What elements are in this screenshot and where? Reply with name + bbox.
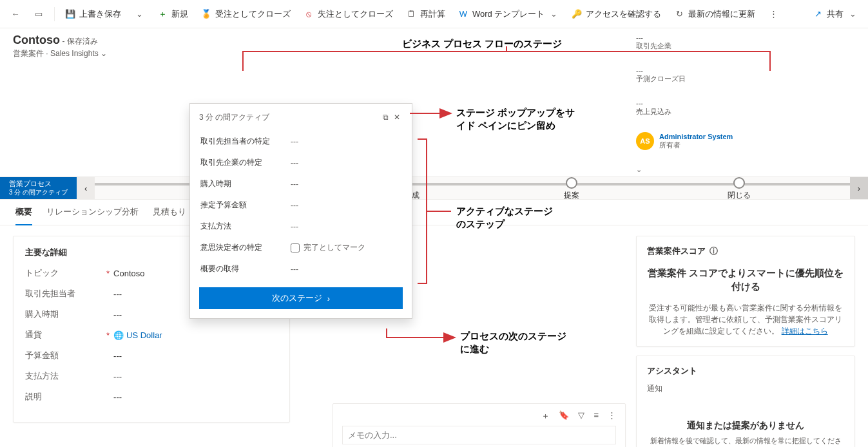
save-label: 上書き保存 bbox=[79, 8, 121, 20]
step-decision-maker[interactable]: 意思決定者の特定完了としてマーク bbox=[199, 237, 403, 258]
check-access-label: アクセスを確認する bbox=[586, 8, 661, 20]
calculator-icon: 🗒 bbox=[406, 9, 416, 19]
save-status: - 保存済み bbox=[63, 37, 98, 46]
note-input[interactable] bbox=[342, 426, 616, 444]
mark-complete-checkbox[interactable] bbox=[291, 243, 300, 252]
recalculate-button[interactable]: 🗒再計算 bbox=[401, 4, 450, 24]
score-body: 受注する可能性が最も高い営業案件に関する分析情報を取得します。管理者に依頼して、… bbox=[647, 302, 844, 337]
tab-summary[interactable]: 概要 bbox=[15, 206, 32, 225]
score-link[interactable]: 詳細はこちら bbox=[782, 327, 828, 336]
close-icon[interactable]: ✕ bbox=[391, 110, 403, 124]
bpf-stage-propose[interactable]: 提案 bbox=[533, 177, 610, 201]
assistant-empty-msg: 通知または提案がありません bbox=[647, 420, 844, 432]
word-icon: W bbox=[458, 9, 468, 19]
filter-icon[interactable]: ▽ bbox=[578, 410, 584, 422]
record-subtitle: 営業案件 · Sales Insights ⌄ bbox=[13, 48, 107, 59]
more-icon: ⋮ bbox=[768, 9, 778, 19]
share-label: 共有 bbox=[827, 8, 844, 20]
separator bbox=[54, 7, 55, 21]
step-identify-contact[interactable]: 取引先担当者の特定--- bbox=[199, 131, 403, 152]
score-title: 営業案件 スコアでよりスマートに優先順位を付ける bbox=[647, 266, 844, 293]
more-icon[interactable]: ⋮ bbox=[608, 410, 616, 422]
trophy-icon: 🏅 bbox=[201, 9, 211, 19]
refresh-label: 最新の情報に更新 bbox=[688, 8, 755, 20]
avatar: AS bbox=[636, 132, 654, 150]
prohibit-icon: ⦸ bbox=[304, 9, 314, 19]
share-icon: ↗ bbox=[813, 9, 823, 19]
add-activity-button[interactable]: ＋ bbox=[541, 410, 550, 422]
new-label: 新規 bbox=[171, 8, 188, 20]
record-title: Contoso bbox=[13, 33, 60, 46]
open-record-set-button[interactable]: ▭ bbox=[28, 4, 49, 24]
word-label: Word テンプレート bbox=[472, 8, 545, 20]
word-template-button[interactable]: WWord テンプレート⌄ bbox=[453, 4, 564, 24]
step-budget[interactable]: 推定予算金額--- bbox=[199, 195, 403, 216]
step-purchase-timeframe[interactable]: 購入時期--- bbox=[199, 173, 403, 195]
sort-icon[interactable]: ≡ bbox=[593, 410, 599, 422]
timeline-card: ＋ 🔖 ▽ ≡ ⋮ 📎 始める のすべてのレコードを取得して管理します。 bbox=[333, 403, 626, 447]
field-payment[interactable]: 支払方法*--- bbox=[25, 370, 278, 382]
form-tabs: 概要 リレーションシップ分析 見積もり bbox=[0, 200, 868, 225]
save-button[interactable]: 💾上書き保存 bbox=[60, 4, 126, 24]
plus-icon: ＋ bbox=[157, 9, 168, 19]
check-access-button[interactable]: 🔑アクセスを確認する bbox=[566, 4, 666, 24]
save-icon: 💾 bbox=[65, 9, 75, 19]
tab-quotes[interactable]: 見積もり bbox=[153, 206, 186, 225]
header-field-estrevenue: ---売上見込み bbox=[636, 99, 855, 117]
field-description[interactable]: 説明*--- bbox=[25, 391, 278, 403]
record-header: Contoso - 保存済み 営業案件 · Sales Insights ⌄ -… bbox=[0, 28, 868, 176]
header-field-account: ---取引先企業 bbox=[636, 33, 855, 51]
back-icon: ← bbox=[10, 9, 21, 19]
close-lost-label: 失注としてクローズ bbox=[318, 8, 393, 20]
close-won-label: 受注としてクローズ bbox=[215, 8, 291, 20]
field-budget[interactable]: 予算金額*--- bbox=[25, 350, 278, 361]
flyout-title: 3 分 の間アクティブ bbox=[199, 112, 269, 123]
bpf-process-label[interactable]: 営業プロセス 3 分 の間アクティブ bbox=[0, 177, 77, 199]
info-icon[interactable]: ⓘ bbox=[709, 245, 718, 257]
recalc-label: 再計算 bbox=[420, 8, 445, 20]
header-field-owner: AS Administrator System所有者 bbox=[636, 132, 855, 150]
refresh-icon: ↻ bbox=[674, 9, 684, 19]
key-icon: 🔑 bbox=[572, 9, 582, 19]
assistant-card: アシスタント 通知 通知または提案がありません 新着情報を後で確認して、最新の情… bbox=[636, 356, 855, 447]
dock-icon[interactable]: ⧉ bbox=[380, 110, 391, 124]
step-capture-summary[interactable]: 概要の取得--- bbox=[199, 258, 403, 280]
opportunity-score-card: 営業案件スコアⓘ 営業案件 スコアでよりスマートに優先順位を付ける 受注する可能… bbox=[636, 236, 855, 347]
bookmark-icon[interactable]: 🔖 bbox=[559, 410, 569, 422]
chevron-down-icon: ⌄ bbox=[847, 9, 858, 19]
globe-icon: 🌐 bbox=[113, 330, 124, 340]
step-payment[interactable]: 支払方法--- bbox=[199, 216, 403, 237]
assistant-empty-sub: 新着情報を後で確認して、最新の情報を常に把握してください。 bbox=[647, 435, 844, 447]
chevron-right-icon: › bbox=[327, 294, 330, 303]
back-button[interactable]: ← bbox=[5, 4, 26, 24]
header-field-closedate: ---予測クローズ日 bbox=[636, 66, 855, 84]
score-heading: 営業案件スコアⓘ bbox=[647, 245, 844, 257]
close-won-button[interactable]: 🏅受注としてクローズ bbox=[196, 4, 296, 24]
main-content: 主要な詳細 トピック*Contoso 取引先担当者*--- 購入時期*--- 通… bbox=[0, 225, 868, 447]
bpf-prev-button[interactable]: ‹ bbox=[77, 177, 95, 199]
save-options-button[interactable]: ⌄ bbox=[129, 4, 149, 24]
refresh-button[interactable]: ↻最新の情報に更新 bbox=[669, 4, 760, 24]
stage-flyout: 3 分 の間アクティブ ⧉ ✕ 取引先担当者の特定--- 取引先企業の特定---… bbox=[189, 103, 412, 319]
new-button[interactable]: ＋新規 bbox=[152, 4, 193, 24]
open-record-set-icon: ▭ bbox=[34, 9, 44, 19]
more-commands-button[interactable]: ⋮ bbox=[763, 4, 784, 24]
chevron-down-icon: ⌄ bbox=[548, 9, 559, 19]
bpf-next-button[interactable]: › bbox=[850, 177, 868, 199]
bpf-stage-close[interactable]: 閉じる bbox=[700, 177, 778, 201]
business-process-flow: 営業プロセス 3 分 の間アクティブ ‹ 見込みありと評価 (3 分) 提案作成… bbox=[0, 176, 868, 200]
chevron-down-icon[interactable]: ⌄ bbox=[101, 49, 107, 58]
command-bar: ← ▭ 💾上書き保存 ⌄ ＋新規 🏅受注としてクローズ ⦸失注としてクローズ 🗒… bbox=[0, 0, 868, 28]
assistant-tab[interactable]: 通知 bbox=[647, 383, 844, 394]
close-lost-button[interactable]: ⦸失注としてクローズ bbox=[298, 4, 398, 24]
share-button[interactable]: ↗共有⌄ bbox=[807, 4, 863, 24]
assistant-heading: アシスタント bbox=[647, 365, 844, 377]
expand-header-button[interactable]: ⌄ bbox=[636, 166, 855, 174]
chevron-down-icon: ⌄ bbox=[134, 9, 144, 19]
tab-relationship[interactable]: リレーションシップ分析 bbox=[46, 206, 139, 225]
step-identify-account[interactable]: 取引先企業の特定--- bbox=[199, 152, 403, 173]
next-stage-button[interactable]: 次のステージ› bbox=[199, 287, 403, 309]
field-currency[interactable]: 通貨*🌐US Dollar bbox=[25, 329, 278, 341]
